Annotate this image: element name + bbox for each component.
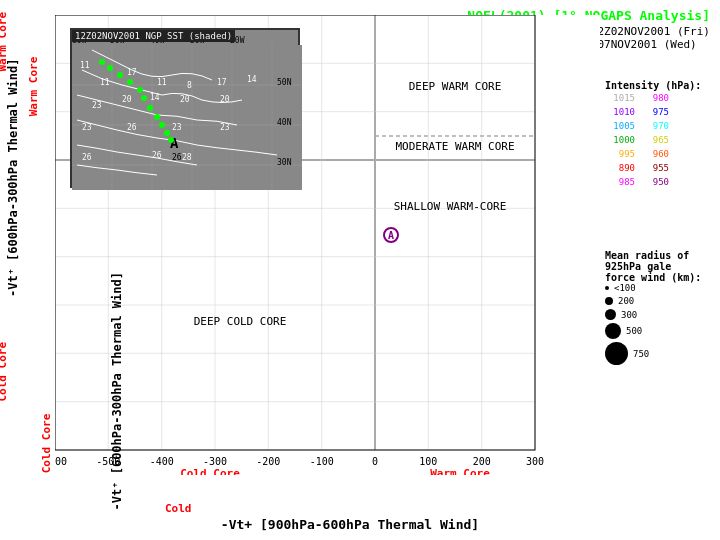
svg-text:8: 8: [187, 81, 192, 90]
svg-text:DEEP COLD CORE: DEEP COLD CORE: [194, 315, 287, 328]
svg-text:40N: 40N: [277, 118, 292, 127]
wind-row-2: 300: [605, 309, 715, 320]
svg-text:28: 28: [182, 153, 192, 162]
legend-row-3: 1000 965: [605, 133, 715, 147]
svg-text:50N: 50N: [277, 78, 292, 87]
svg-text:23: 23: [92, 101, 102, 110]
wind-circle-2: [605, 309, 616, 320]
wind-label-1: 200: [618, 296, 634, 306]
svg-text:100: 100: [419, 456, 437, 467]
svg-text:-600: -600: [55, 456, 67, 467]
svg-text:20: 20: [220, 95, 230, 104]
svg-text:23: 23: [220, 123, 230, 132]
svg-point-91: [117, 72, 123, 78]
svg-text:Cold Core: Cold Core: [180, 467, 240, 475]
intensity-legend: Intensity (hPa): 1015 980 1010 975 1005 …: [605, 80, 715, 189]
wind-circle-0: [605, 286, 609, 290]
svg-text:30N: 30N: [277, 158, 292, 167]
svg-point-99: [168, 137, 174, 143]
legend-row-2: 1005 970: [605, 119, 715, 133]
intensity-title: Intensity (hPa):: [605, 80, 715, 91]
svg-text:20: 20: [180, 95, 190, 104]
svg-text:17: 17: [127, 68, 137, 77]
wind-row-4: 750: [605, 342, 715, 365]
svg-text:26: 26: [82, 153, 92, 162]
wind-radius-legend: Mean radius of 925hPa gale force wind (k…: [605, 250, 715, 368]
legend-row-1: 1010 975: [605, 105, 715, 119]
wind-circle-1: [605, 297, 613, 305]
svg-point-96: [154, 114, 160, 120]
svg-text:11: 11: [80, 61, 90, 70]
cold-core-x-label: Cold: [165, 502, 192, 515]
svg-text:23: 23: [172, 123, 182, 132]
svg-text:26: 26: [172, 153, 182, 162]
y-cold-label: Cold Core: [0, 342, 9, 402]
svg-point-95: [147, 105, 153, 111]
svg-text:26: 26: [127, 123, 137, 132]
svg-text:A: A: [388, 230, 394, 241]
wind-circle-3: [605, 323, 621, 339]
wind-row-3: 500: [605, 323, 715, 339]
svg-text:23: 23: [82, 123, 92, 132]
wind-row-0: <100: [605, 283, 715, 293]
wind-radius-subtitle: 925hPa gale: [605, 261, 715, 272]
svg-point-98: [164, 130, 170, 136]
svg-text:200: 200: [473, 456, 491, 467]
svg-text:14: 14: [150, 93, 160, 102]
svg-text:11: 11: [100, 78, 110, 87]
svg-text:DEEP WARM CORE: DEEP WARM CORE: [409, 80, 502, 93]
inset-map-svg: 60W 50W 40W 30W 20W 50N 40N 30N 11 11 17…: [72, 30, 302, 190]
wind-label-4: 750: [633, 349, 649, 359]
svg-text:0: 0: [372, 456, 378, 467]
svg-point-94: [141, 95, 147, 101]
inset-map-title: 12Z02NOV2001 NGP SST (shaded): [72, 30, 235, 42]
wind-radius-title: Mean radius of: [605, 250, 715, 261]
svg-text:MODERATE WARM CORE: MODERATE WARM CORE: [395, 140, 514, 153]
svg-text:Warm Core: Warm Core: [430, 467, 490, 475]
svg-text:20: 20: [122, 95, 132, 104]
wind-circle-4: [605, 342, 628, 365]
legend-row-0: 1015 980: [605, 91, 715, 105]
svg-text:300: 300: [526, 456, 544, 467]
wind-radius-unit: force wind (km):: [605, 272, 715, 283]
svg-point-97: [159, 122, 165, 128]
svg-text:14: 14: [247, 75, 257, 84]
inset-map: 12Z02NOV2001 NGP SST (shaded) 60W 50W 40…: [70, 28, 300, 188]
legend-row-6: 985 950: [605, 175, 715, 189]
svg-point-93: [137, 87, 143, 93]
svg-text:17: 17: [217, 78, 227, 87]
wind-label-3: 500: [626, 326, 642, 336]
svg-point-92: [127, 79, 133, 85]
svg-text:-200: -200: [256, 456, 280, 467]
main-container: NOEL(2001) [1° NOGAPS Analysis] Start (A…: [0, 0, 720, 540]
svg-text:-300: -300: [203, 456, 227, 467]
svg-text:-400: -400: [150, 456, 174, 467]
svg-text:-100: -100: [310, 456, 334, 467]
legend-row-5: 890 955: [605, 161, 715, 175]
wind-label-2: 300: [621, 310, 637, 320]
x-axis-label: -Vt+ [900hPa-600hPa Thermal Wind]: [110, 517, 590, 532]
wind-row-1: 200: [605, 296, 715, 306]
svg-text:SHALLOW WARM-CORE: SHALLOW WARM-CORE: [394, 200, 507, 213]
svg-point-89: [99, 59, 105, 65]
svg-text:26: 26: [152, 151, 162, 160]
svg-text:11: 11: [157, 78, 167, 87]
y-axis-text: -Vt⁺ [600hPa-300hPa Thermal Wind]: [6, 59, 20, 297]
legend-row-4: 995 960: [605, 147, 715, 161]
svg-point-90: [107, 65, 113, 71]
wind-label-0: <100: [614, 283, 636, 293]
